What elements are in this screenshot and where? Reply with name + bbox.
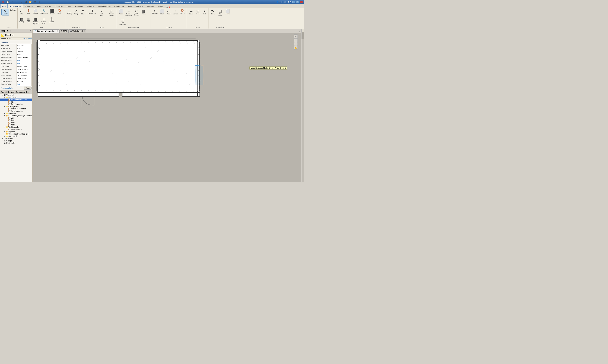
area-boundary-button[interactable]: ◻ Area Boundary: [118, 18, 127, 26]
room-button[interactable]: ⬜ Room: [118, 9, 124, 15]
pb-item-north[interactable]: 📋 North: [0, 119, 32, 121]
grid-button[interactable]: ⊞ Grid: [194, 9, 201, 15]
prop-value-discipline[interactable]: Architectural: [16, 71, 32, 74]
pb-item-walkthroughs[interactable]: ▾ 📁 Walkthroughs: [0, 126, 32, 128]
print-button[interactable]: 🖨: [19, 0, 23, 4]
tag-room-button[interactable]: 🏷 Tag Room: [133, 9, 140, 16]
pb-item-groups[interactable]: ▸ 🗂 Groups: [0, 140, 32, 142]
settings-button[interactable]: ⚙: [38, 0, 41, 4]
scroll-up-button[interactable]: ▲: [301, 29, 304, 32]
shaft-button[interactable]: ⬜ Shaft: [159, 9, 165, 15]
tab-walkthrough-1[interactable]: 🎬 Walkthrough 1: [68, 29, 86, 33]
tab-annotate[interactable]: Annotate: [73, 4, 85, 8]
close-window-button[interactable]: ✕: [300, 1, 303, 3]
set-button[interactable]: ● Set: [201, 9, 207, 15]
revit-icon[interactable]: R: [1, 0, 5, 4]
by-face-button[interactable]: 🏷 By Face: [152, 9, 159, 15]
viewer-button[interactable]: ⬜ Viewer: [224, 9, 231, 15]
wall-button[interactable]: ▭ Wall: [19, 9, 25, 15]
right-scrollbar[interactable]: ▲ ▼: [301, 29, 304, 182]
tab-view[interactable]: View: [126, 4, 134, 8]
room-separator-button[interactable]: ⋯ Room Separator: [125, 9, 132, 17]
search-icon[interactable]: 🔍: [166, 6, 168, 8]
pb-item-sheets[interactable]: ▸ 📁 Sheets (all): [0, 135, 32, 137]
help-button[interactable]: ?: [290, 1, 291, 3]
railing-button[interactable]: ⚊ Railing: [66, 9, 73, 15]
prop-value-color-scheme[interactable]: <none>: [16, 80, 32, 83]
ref-plane-button[interactable]: ◫ Ref Plane: [216, 9, 224, 17]
pb-item-ceiling-plans[interactable]: ▾ 📁 Ceiling Plans: [0, 105, 32, 108]
model-text-button[interactable]: T Model Text: [88, 9, 97, 15]
pb-item-schedules[interactable]: ▸ 📁 Schedules/Quantities (all): [0, 133, 32, 135]
select-option-1[interactable]: Select ▾: [10, 9, 17, 11]
close-hidden-views-button[interactable]: ≡: [298, 31, 300, 33]
scroll-thumb[interactable]: [301, 32, 304, 39]
zoom-fit-button[interactable]: ⌂: [294, 35, 298, 38]
column-button[interactable]: ⬛ Column: [49, 9, 56, 15]
redo-button[interactable]: ↪: [15, 0, 19, 4]
pb-item-views-all[interactable]: ▾ 🖼 Views (all): [0, 94, 32, 96]
project-browser-close-button[interactable]: ✕: [30, 91, 31, 93]
ceiling-button[interactable]: ▤ Ceiling: [19, 17, 25, 23]
opening-wall-button[interactable]: ▭ Wall: [166, 9, 172, 15]
tab-massing[interactable]: Massing & Site: [96, 4, 112, 8]
tab-bottom-container[interactable]: 📋 Bottom of container ✕: [33, 29, 59, 33]
edit-type-button[interactable]: Edit Type: [24, 38, 32, 40]
pin-button[interactable]: 📌: [168, 6, 170, 8]
open-button[interactable]: 📂: [28, 0, 32, 4]
canvas-area[interactable]: 📋 Bottom of container ✕ 🖼 {3D} 🎬 Walkthr…: [33, 29, 301, 182]
pb-item-legends[interactable]: ▸ 📁 Legends: [0, 130, 32, 133]
mullion-button[interactable]: ┼ Mullion: [48, 17, 55, 23]
window-button[interactable]: ⬜ Window: [32, 9, 39, 15]
model-line-button[interactable]: ∕ Model Line: [97, 9, 106, 17]
tab-systems[interactable]: Systems: [53, 4, 65, 8]
pb-item-site[interactable]: 📋 Site: [0, 101, 32, 103]
tab-modify[interactable]: Modify: [156, 4, 165, 8]
pan-button[interactable]: ✋: [294, 46, 298, 50]
vertical-button[interactable]: ↕ Vertical: [172, 9, 179, 15]
tab-steel[interactable]: Steel: [35, 4, 43, 8]
floor-plan-dropdown-arrow[interactable]: ▾: [31, 34, 32, 36]
show-button[interactable]: 👁 Show: [209, 9, 216, 15]
minimize-button[interactable]: ─: [292, 1, 295, 3]
pb-item-top-container-fp[interactable]: 📋 Top of container: [0, 103, 32, 105]
tab-3d[interactable]: 🖼 {3D}: [59, 29, 68, 33]
prop-value-show-hidden[interactable]: By Discipline: [16, 74, 32, 77]
settings-icon[interactable]: ⚙: [287, 1, 289, 3]
tab-collaborate[interactable]: Collaborate: [112, 4, 126, 8]
properties-help-link[interactable]: Properties help: [1, 87, 13, 89]
help-icon[interactable]: 👤: [276, 1, 278, 3]
view-name-dropdown[interactable]: ▾: [23, 38, 24, 39]
pb-item-families[interactable]: ▸ 🗂 Families: [0, 137, 32, 140]
pb-item-west[interactable]: 📋 West: [0, 124, 32, 126]
pb-item-top-ceiling[interactable]: 📋 Top of container: [0, 110, 32, 112]
prop-value-view-scale[interactable]: 1/8" = 1'-0": [16, 44, 32, 47]
pb-item-3d-views[interactable]: ▸ 📁 3D Views: [0, 112, 32, 115]
tab-analyze[interactable]: Analyze: [85, 4, 96, 8]
tab-file[interactable]: File: [0, 4, 8, 8]
prop-value-parts-visibility[interactable]: Show Original: [16, 56, 32, 59]
pb-item-walkthrough-1[interactable]: 📋 Walkthrough 1: [0, 128, 32, 130]
properties-close-button[interactable]: ✕: [30, 29, 31, 32]
pb-item-revit-links[interactable]: ▸ 🗂 Revit Links: [0, 142, 32, 144]
roof-button[interactable]: 🏠 Roof: [56, 9, 63, 15]
tab-bottom-container-close[interactable]: ✕: [56, 30, 58, 32]
scroll-track[interactable]: [301, 32, 304, 182]
apply-button[interactable]: Apply: [24, 87, 32, 90]
prop-value-visibility-grap[interactable]: Edit...: [16, 59, 32, 62]
close-button-qat[interactable]: ✕: [33, 0, 37, 4]
tab-addins[interactable]: Add-Ins: [145, 4, 156, 8]
zoom-in-button[interactable]: +: [294, 38, 298, 42]
curtain-grid-button[interactable]: ⊞ Curtain Grid: [40, 17, 48, 25]
ramp-button[interactable]: ↗ Ramp: [73, 9, 79, 15]
drawing-canvas[interactable]: ⌂ + − ✋: [33, 33, 301, 182]
prop-value-color-scheme-l[interactable]: Background: [16, 77, 32, 80]
undo-button[interactable]: ↩: [10, 0, 14, 4]
floor-button[interactable]: ▥ Floor: [25, 17, 32, 23]
tab-structure[interactable]: Structure: [23, 4, 35, 8]
zoom-out-button[interactable]: −: [294, 42, 298, 46]
stair-button[interactable]: ≡ Stair: [80, 9, 86, 15]
save-button[interactable]: 💾: [6, 0, 10, 4]
pb-item-bottom-ceiling[interactable]: 📋 Bottom of container: [0, 108, 32, 110]
component-button[interactable]: 🔧 Component: [39, 9, 49, 15]
